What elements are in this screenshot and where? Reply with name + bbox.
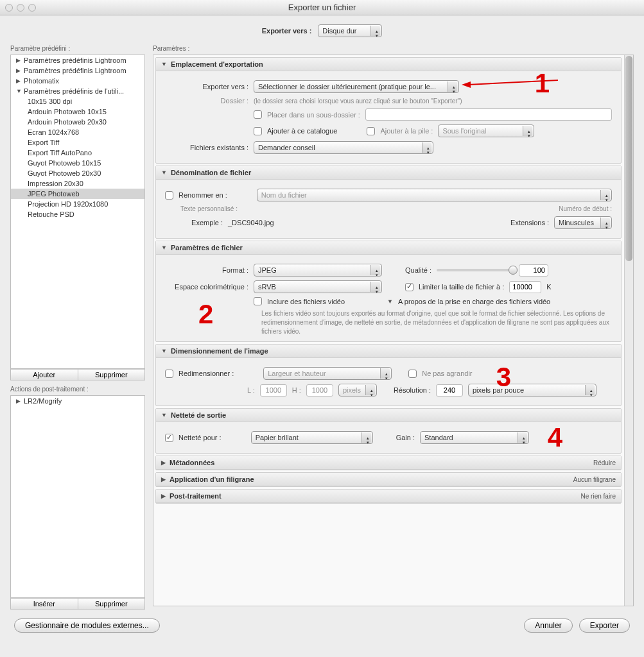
preset-group-label: Paramètres prédéfinis de l'utili... — [24, 87, 124, 95]
include-video-label: Inclure des fichiers vidéo — [267, 298, 345, 305]
preset-group-open[interactable]: ▼Paramètres prédéfinis de l'utili... — [11, 86, 144, 96]
custom-text-label: Texte personnalisé : — [180, 205, 238, 212]
quality-input[interactable] — [519, 264, 548, 277]
resize-checkbox[interactable] — [165, 370, 173, 378]
no-enlarge-checkbox[interactable] — [408, 370, 417, 378]
post-action-item[interactable]: ▶LR2/Mogrify — [11, 396, 144, 406]
presets-heading: Paramètre prédéfini : — [10, 45, 145, 52]
preset-group[interactable]: ▶Paramètres prédéfinis Lightroom — [11, 55, 144, 65]
resolution-input[interactable] — [436, 384, 463, 397]
preset-item[interactable]: Ardouin Photoweb 10x15 — [11, 107, 144, 117]
panel-header[interactable]: ▼Paramètres de fichier — [156, 241, 621, 255]
scrollbar-thumb[interactable] — [625, 56, 632, 261]
panel-header[interactable]: ▶MétadonnéesRéduire — [156, 456, 621, 470]
preset-item[interactable]: Export Tiff AutoPano — [11, 148, 144, 158]
resolution-unit-dropdown[interactable]: pixels par pouce▴▾ — [468, 384, 596, 397]
preset-item[interactable]: Ecran 1024x768 — [11, 127, 144, 137]
chevron-down-icon: ▼ — [16, 88, 22, 94]
preset-item[interactable]: Guyot Photoweb 20x30 — [11, 168, 144, 178]
folder-note: (le dossier sera choisi lorsque vous aur… — [254, 98, 462, 105]
preset-group-label: Photomatix — [24, 77, 59, 85]
preset-list[interactable]: ▶Paramètres prédéfinis Lightroom ▶Paramè… — [10, 55, 145, 369]
limit-size-label: Limiter la taille de fichier à : — [419, 283, 504, 291]
quality-slider[interactable] — [437, 269, 514, 271]
export-to-dropdown[interactable]: Sélectionner le dossier ultérieurement (… — [254, 80, 459, 93]
post-actions-heading: Actions de post-traitement : — [10, 386, 145, 393]
extensions-label: Extensions : — [510, 219, 549, 226]
remove-post-action-button[interactable]: Supprimer — [78, 598, 146, 610]
subfolder-input[interactable] — [365, 108, 612, 121]
chevron-right-icon: ▶ — [16, 67, 22, 74]
limit-size-input[interactable] — [509, 281, 541, 293]
subfolder-label: Placer dans un sous-dossier : — [267, 111, 360, 119]
chevron-down-icon: ▼ — [161, 61, 167, 67]
preset-item[interactable]: Impression 20x30 — [11, 178, 144, 189]
export-target-dropdown[interactable]: Disque dur ▴▾ — [318, 24, 382, 37]
panel-header[interactable]: ▼Netteté de sortie — [156, 409, 621, 422]
chevron-right-icon: ▶ — [161, 459, 166, 466]
preset-item[interactable]: Retouche PSD — [11, 209, 144, 219]
resize-mode-dropdown[interactable]: Largeur et hauteur▴▾ — [263, 367, 392, 380]
subfolder-checkbox[interactable] — [254, 110, 262, 119]
include-video-checkbox[interactable] — [254, 297, 262, 305]
cancel-button[interactable]: Annuler — [524, 619, 572, 633]
width-input[interactable] — [260, 384, 287, 397]
preset-item[interactable]: Guyot Photoweb 10x15 — [11, 158, 144, 168]
add-preset-button[interactable]: Ajouter — [10, 369, 78, 380]
panel-header[interactable]: ▼Dénomination de fichier — [156, 166, 621, 180]
panel-image-sizing: ▼Dimensionnement de l'image Redimensionn… — [155, 344, 622, 406]
dim-unit-dropdown[interactable]: pixels▴▾ — [338, 384, 377, 397]
slider-thumb[interactable] — [509, 266, 518, 275]
panel-header[interactable]: ▼Emplacement d'exportation — [156, 58, 621, 71]
sharpen-for-dropdown[interactable]: Papier brillant▴▾ — [251, 431, 373, 444]
preset-group[interactable]: ▶Photomatix — [11, 76, 144, 86]
about-video-label[interactable]: A propos de la prise en charge des fichi… — [398, 298, 550, 305]
width-label: L : — [247, 386, 255, 394]
chevron-right-icon: ▶ — [16, 78, 22, 84]
export-target-row: Exporter vers : Disque dur ▴▾ — [0, 15, 644, 45]
example-label: Exemple : — [165, 219, 223, 226]
height-input[interactable] — [306, 384, 333, 397]
preset-item[interactable]: Export Tiff — [11, 137, 144, 148]
panel-header[interactable]: ▶Post-traitementNe rien faire — [156, 490, 621, 503]
sharpen-for-checkbox[interactable] — [165, 434, 173, 442]
rename-checkbox[interactable] — [165, 191, 173, 200]
preset-item[interactable]: Projection HD 1920x1080 — [11, 199, 144, 209]
preset-item[interactable]: 10x15 300 dpi — [11, 96, 144, 107]
panel-header[interactable]: ▼Dimensionnement de l'image — [156, 345, 621, 358]
panel-file-settings: ▼Paramètres de fichier Format : JPEG▴▾ Q… — [155, 241, 622, 342]
scrollbar[interactable] — [624, 55, 633, 606]
chevron-down-icon: ▼ — [161, 412, 167, 418]
chevron-down-icon: ▼ — [161, 244, 167, 251]
panel-summary: Réduire — [593, 459, 616, 466]
rename-template-dropdown[interactable]: Nom du fichier▴▾ — [257, 189, 612, 201]
format-dropdown[interactable]: JPEG▴▾ — [254, 264, 382, 277]
pile-dropdown[interactable]: Sous l'original▴▾ — [438, 124, 534, 137]
remove-preset-button[interactable]: Supprimer — [78, 369, 146, 380]
colorspace-dropdown[interactable]: sRVB▴▾ — [254, 280, 382, 293]
preset-item-selected[interactable]: JPEG Photoweb — [11, 189, 144, 199]
height-label: H : — [292, 386, 301, 394]
resize-label: Redimensionner : — [178, 370, 234, 377]
rename-label: Renommer en : — [178, 191, 227, 199]
extensions-dropdown[interactable]: Minuscules▴▾ — [554, 216, 612, 229]
limit-size-checkbox[interactable] — [405, 283, 413, 291]
video-note: Les fichiers vidéo sont toujours exporté… — [261, 309, 612, 336]
params-scroll-area: 1 2 3 4 ▼Emplacement d'exportation Expor… — [153, 55, 634, 606]
export-to-top-label: Exporter vers : — [262, 27, 312, 35]
panel-header[interactable]: ▶Application d'un filigraneAucun filigra… — [156, 473, 621, 486]
preset-item[interactable]: Ardouin Photoweb 20x30 — [11, 117, 144, 127]
gain-dropdown[interactable]: Standard▴▾ — [420, 431, 529, 444]
add-pile-checkbox[interactable] — [367, 127, 375, 135]
insert-post-action-button[interactable]: Insérer — [10, 598, 78, 610]
sidebar: Paramètre prédéfini : ▶Paramètres prédéf… — [10, 45, 145, 610]
preset-group[interactable]: ▶Paramètres prédéfinis Lightroom — [11, 65, 144, 76]
existing-files-dropdown[interactable]: Demander conseil▴▾ — [254, 141, 433, 154]
add-catalogue-label: Ajouter à ce catalogue — [267, 127, 337, 135]
post-actions-list[interactable]: ▶LR2/Mogrify — [10, 395, 145, 598]
panel-metadata-collapsed: ▶MétadonnéesRéduire — [155, 456, 622, 470]
add-catalogue-checkbox[interactable] — [254, 127, 262, 135]
export-button[interactable]: Exporter — [579, 619, 630, 633]
window-title: Exporter un fichier — [0, 3, 644, 12]
plugin-manager-button[interactable]: Gestionnaire de modules externes... — [14, 619, 160, 633]
